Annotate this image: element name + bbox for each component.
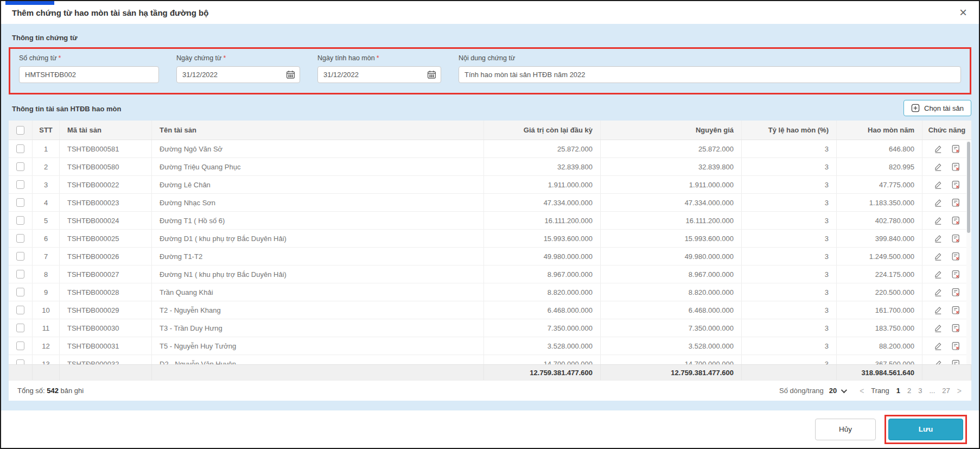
row-annual-depreciation: 367.500.000 <box>837 355 922 364</box>
edit-icon[interactable] <box>934 216 943 225</box>
remove-asset-icon[interactable] <box>951 270 960 279</box>
row-checkbox[interactable] <box>16 198 24 207</box>
row-depreciation-rate: 3 <box>742 265 837 283</box>
row-stt: 4 <box>33 194 60 211</box>
voucher-date-field-group: Ngày chứng từ* <box>176 54 300 83</box>
page-number[interactable]: 1 <box>896 387 900 395</box>
table-footer: Tổng số: 542 bản ghi Số dòng/trang 20 < … <box>9 380 971 401</box>
table-row: 9 TSHTĐB000028 Trần Quang Khải 8.820.000… <box>9 283 971 301</box>
calendar-icon[interactable] <box>286 70 295 79</box>
row-asset-code: TSHTĐB000030 <box>60 319 152 337</box>
remove-asset-icon[interactable] <box>951 162 960 172</box>
depreciation-date-input[interactable] <box>317 66 441 83</box>
edit-icon[interactable] <box>934 180 943 189</box>
remove-asset-icon[interactable] <box>951 198 960 207</box>
row-checkbox[interactable] <box>16 324 24 332</box>
row-checkbox[interactable] <box>16 234 24 243</box>
scrollbar-thumb[interactable] <box>967 142 970 233</box>
add-depreciation-voucher-modal: Thêm chứng từ hao mòn tài sản hạ tầng đư… <box>0 0 980 449</box>
page-ellipsis: ... <box>930 387 936 395</box>
row-annual-depreciation: 220.500.000 <box>837 283 922 301</box>
remove-asset-icon[interactable] <box>951 180 960 189</box>
column-header-code: Mã tài sản <box>60 121 152 140</box>
next-page-button[interactable]: > <box>957 387 962 395</box>
assets-table: STT Mã tài sản Tên tài sản Giá trị còn l… <box>9 121 971 380</box>
row-checkbox[interactable] <box>16 144 24 153</box>
edit-icon[interactable] <box>934 306 943 314</box>
edit-icon[interactable] <box>934 252 943 261</box>
row-asset-name: T5 - Nguyễn Huy Tưởng <box>152 337 484 355</box>
voucher-number-input[interactable] <box>19 66 159 83</box>
remove-asset-icon[interactable] <box>951 234 960 243</box>
previous-page-button[interactable]: < <box>860 387 864 395</box>
table-scrollbar[interactable] <box>966 141 971 364</box>
edit-icon[interactable] <box>934 359 943 364</box>
row-checkbox[interactable] <box>16 162 24 171</box>
row-annual-depreciation: 88.200.000 <box>837 337 922 355</box>
column-header-rate: Tỷ lệ hao mòn (%) <box>742 121 837 140</box>
row-asset-code: TSHTĐB000026 <box>60 248 152 265</box>
remove-asset-icon[interactable] <box>951 288 960 297</box>
row-checkbox[interactable] <box>16 359 24 364</box>
table-row: 10 TSHTĐB000029 T2 - Nguyễn Khang 6.468.… <box>9 301 971 319</box>
row-stt: 3 <box>33 176 60 193</box>
choose-assets-button[interactable]: Chọn tài sản <box>903 100 971 116</box>
voucher-date-input[interactable] <box>176 66 300 83</box>
row-original-cost: 25.872.000 <box>601 140 742 157</box>
row-depreciation-rate: 3 <box>742 194 837 211</box>
column-header-actions: Chức năng <box>922 121 971 140</box>
rows-per-page-select[interactable]: 20 <box>829 387 845 395</box>
voucher-info-section-title: Thông tin chứng từ <box>9 29 971 47</box>
edit-icon[interactable] <box>934 288 943 296</box>
remove-asset-icon[interactable] <box>951 324 960 333</box>
voucher-content-input[interactable] <box>459 66 961 83</box>
table-row: 4 TSHTĐB000023 Đường Nhạc Sơn 47.334.000… <box>9 194 971 212</box>
row-checkbox[interactable] <box>16 288 24 296</box>
row-original-cost: 3.528.000.000 <box>601 337 742 355</box>
calendar-icon[interactable] <box>427 70 436 79</box>
rows-per-page-label: Số dòng/trang <box>779 387 824 395</box>
remove-asset-icon[interactable] <box>951 359 960 365</box>
select-all-checkbox[interactable] <box>16 126 24 135</box>
edit-icon[interactable] <box>934 342 943 350</box>
row-asset-name: Đường N1 ( khu phụ trợ Bắc Duyên Hải) <box>152 265 484 283</box>
edit-icon[interactable] <box>934 324 943 332</box>
remove-asset-icon[interactable] <box>951 252 960 261</box>
edit-icon[interactable] <box>934 162 943 171</box>
row-original-cost: 6.468.000.000 <box>601 301 742 319</box>
remove-asset-icon[interactable] <box>951 342 960 351</box>
cancel-button[interactable]: Hủy <box>815 419 876 440</box>
row-residual-value: 32.839.800 <box>484 158 601 175</box>
page-word: Trang <box>871 387 889 395</box>
required-asterisk: * <box>223 54 226 62</box>
save-button[interactable]: Lưu <box>888 419 963 440</box>
row-annual-depreciation: 646.800 <box>837 140 922 157</box>
edit-icon[interactable] <box>934 234 943 243</box>
row-checkbox[interactable] <box>16 342 24 350</box>
remove-asset-icon[interactable] <box>951 144 960 154</box>
row-original-cost: 47.334.000.000 <box>601 194 742 211</box>
choose-assets-button-label: Chọn tài sản <box>924 104 964 112</box>
edit-icon[interactable] <box>934 198 943 207</box>
row-checkbox[interactable] <box>16 180 24 189</box>
row-depreciation-rate: 3 <box>742 158 837 175</box>
page-number[interactable]: 2 <box>907 387 911 395</box>
chevron-down-icon <box>841 387 847 393</box>
page-number[interactable]: 27 <box>942 387 950 395</box>
edit-icon[interactable] <box>934 270 943 279</box>
remove-asset-icon[interactable] <box>951 306 960 315</box>
pagination: < Trang 123...27 > <box>860 387 962 395</box>
row-residual-value: 7.350.000.000 <box>484 319 601 337</box>
close-icon[interactable]: × <box>959 6 967 19</box>
required-asterisk: * <box>377 54 379 62</box>
row-original-cost: 8.820.000.000 <box>601 283 742 301</box>
row-checkbox[interactable] <box>16 306 24 314</box>
page-number[interactable]: 3 <box>918 387 922 395</box>
row-checkbox[interactable] <box>16 216 24 225</box>
row-checkbox[interactable] <box>16 270 24 279</box>
edit-icon[interactable] <box>934 144 943 153</box>
row-residual-value: 47.334.000.000 <box>484 194 601 211</box>
row-checkbox[interactable] <box>16 252 24 261</box>
row-depreciation-rate: 3 <box>742 283 837 301</box>
remove-asset-icon[interactable] <box>951 216 960 225</box>
